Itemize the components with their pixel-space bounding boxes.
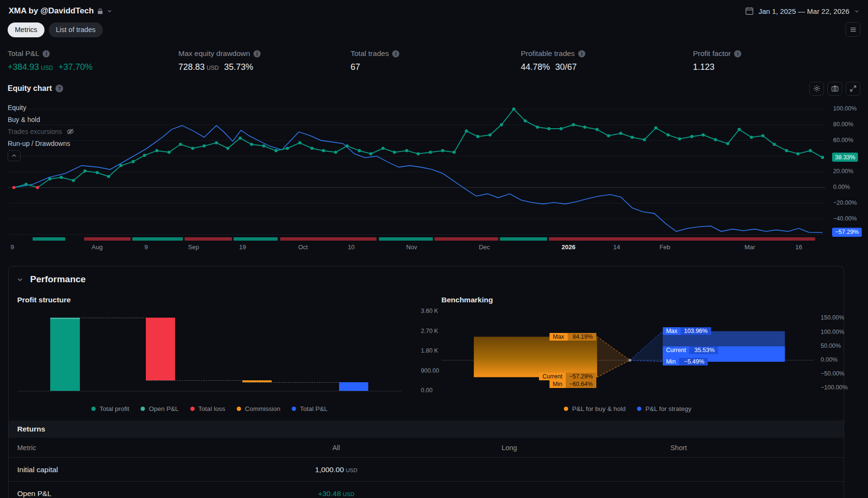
equity-marker: [667, 133, 670, 137]
buyhold-value-badge: −57.29%: [832, 228, 862, 237]
equity-marker: [714, 138, 717, 142]
equity-marker: [155, 149, 159, 153]
legend-dot-icon: [91, 407, 96, 411]
metric-extra: 30/67: [555, 62, 577, 72]
series-toggle-runup-drawdowns[interactable]: Run-up / Drawdowns: [8, 137, 74, 149]
series-toggle-trades-excursions[interactable]: Trades excursions: [8, 125, 74, 137]
equity-chart-header: Equity chart: [0, 81, 868, 96]
equity-chart-title: Equity chart: [8, 84, 52, 93]
fullscreen-icon[interactable]: [846, 82, 860, 96]
metric-extra: +37.70%: [58, 62, 93, 72]
table-row-open-pnl: Open P&L +30.48USD: [9, 482, 844, 498]
y-axis-label: −50.00%: [821, 370, 845, 377]
equity-marker: [215, 141, 218, 144]
range-label-name: Max: [663, 327, 681, 335]
equity-marker: [226, 147, 230, 150]
y-axis-label: 50.00%: [821, 343, 841, 349]
collapse-legend-button[interactable]: [8, 150, 21, 161]
table-rows-icon[interactable]: [846, 22, 860, 37]
profit-structure-title: Profit structure: [17, 296, 71, 304]
legend-label: Total loss: [198, 405, 225, 412]
legend-dot-icon: [237, 407, 241, 411]
metric-unit: USD: [207, 65, 219, 71]
equity-marker: [500, 123, 503, 127]
date-range-picker[interactable]: Jan 1, 2025 — Mar 22, 2026: [745, 7, 859, 15]
profit-legend-item[interactable]: Commission: [237, 405, 280, 412]
profit-legend-item[interactable]: Total loss: [190, 405, 225, 412]
blue-label-max: Max103.96%: [663, 327, 711, 335]
bench-legend-item[interactable]: P&L for buy & hold: [564, 405, 626, 412]
waterfall-bar: [50, 318, 80, 391]
performance-section-toggle[interactable]: Performance: [16, 274, 86, 285]
equity-plot-canvas[interactable]: [8, 106, 825, 245]
series-label: Run-up / Drawdowns: [8, 140, 70, 147]
y-axis-label: 60.00%: [833, 137, 853, 144]
metric-value: 728.83: [178, 62, 205, 72]
bench-legend-item[interactable]: P&L for strategy: [637, 405, 691, 412]
strategy-title: XMA by @DaviddTech: [9, 6, 94, 16]
series-toggle-equity[interactable]: Equity: [8, 101, 74, 113]
runup-drawdown-segment: [132, 237, 183, 241]
info-icon[interactable]: [734, 50, 741, 57]
profit-legend-item[interactable]: Total P&L: [292, 405, 328, 412]
help-icon[interactable]: [55, 85, 63, 92]
info-icon[interactable]: [43, 50, 50, 57]
profit-legend-item[interactable]: Open P&L: [141, 405, 178, 412]
equity-marker: [262, 144, 265, 148]
column-header-all: All: [276, 444, 396, 452]
equity-marker: [524, 119, 527, 122]
profit-legend-item[interactable]: Total profit: [91, 405, 129, 412]
range-label-value: 84.19%: [568, 333, 596, 341]
equity-marker: [167, 151, 171, 154]
metric-label: Max equity drawdown: [178, 49, 250, 58]
y-axis-label: 3.60 K: [421, 308, 438, 314]
returns-table-header: Metric All Long Short: [9, 438, 844, 458]
legend-label: P&L for strategy: [645, 405, 691, 412]
y-axis-label: 100.00%: [833, 105, 857, 112]
chart-settings-icon[interactable]: [809, 82, 824, 96]
benchmarking-labels: Max84.19%Current−57.29%Min−60.64%Max103.…: [441, 310, 814, 393]
equity-marker: [191, 147, 195, 150]
runup-drawdown-segment: [185, 237, 232, 241]
info-icon[interactable]: [253, 50, 261, 57]
equity-marker: [690, 135, 693, 138]
equity-marker: [346, 144, 349, 148]
benchmarking-title: Benchmarking: [441, 296, 493, 304]
benchmarking-chart[interactable]: Max84.19%Current−57.29%Min−60.64%Max103.…: [441, 310, 845, 401]
info-icon[interactable]: [392, 50, 399, 57]
strategy-selector[interactable]: XMA by @DaviddTech: [9, 6, 112, 16]
equity-marker: [821, 156, 824, 159]
equity-marker: [678, 137, 681, 141]
equity-marker: [322, 149, 325, 153]
equity-marker: [583, 125, 587, 129]
metric-total-trades: Total trades 67: [351, 49, 399, 72]
legend-label: Total P&L: [300, 405, 328, 412]
equity-marker: [132, 160, 135, 164]
range-label-name: Max: [549, 333, 568, 341]
calendar-icon: [745, 7, 754, 15]
info-icon[interactable]: [578, 50, 585, 57]
equity-marker: [250, 143, 253, 146]
y-axis-label: 20.00%: [833, 168, 853, 175]
equity-chart[interactable]: Equity Buy & hold Trades excursions Run-…: [0, 96, 868, 262]
range-label-name: Min: [549, 380, 566, 388]
camera-icon[interactable]: [827, 82, 842, 96]
runup-drawdown-segment: [280, 237, 377, 241]
profit-structure-chart[interactable]: 3.60 K2.70 K1.80 K900.000.00: [17, 310, 438, 401]
equity-marker: [726, 142, 729, 145]
returns-section-header: Returns: [9, 421, 844, 438]
row-all-value: 1,000.00USD: [276, 465, 396, 474]
equity-marker: [796, 152, 800, 155]
equity-marker: [631, 136, 634, 139]
range-label-value: −57.29%: [566, 373, 596, 380]
benchmarking-legend: P&L for buy & holdP&L for strategy: [441, 405, 814, 412]
chevron-down-icon: [107, 8, 112, 14]
equity-marker: [572, 123, 575, 127]
series-toggle-buy-hold[interactable]: Buy & hold: [8, 113, 74, 125]
tab-list-of-trades[interactable]: List of trades: [49, 22, 103, 37]
tab-metrics[interactable]: Metrics: [8, 22, 44, 37]
runup-drawdown-segment: [233, 237, 277, 241]
orange-label-min: Min−60.64%: [549, 380, 596, 388]
legend-label: Commission: [245, 405, 280, 412]
eye-off-icon[interactable]: [66, 128, 74, 135]
